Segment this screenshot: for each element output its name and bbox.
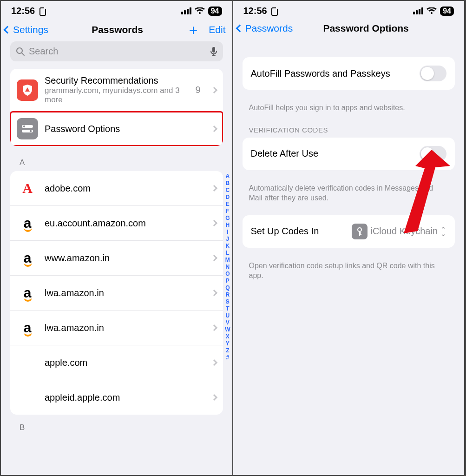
index-rail[interactable]: ABCDEFGHIJKLMNOPQRSTUVWXYZ#	[225, 173, 230, 361]
index-letter[interactable]: A	[226, 173, 230, 179]
adobe-icon: A	[17, 178, 38, 199]
autofill-footer: AutoFill helps you sign in to apps and w…	[233, 98, 465, 113]
setup-codes-label: Set Up Codes In	[251, 226, 319, 237]
index-letter[interactable]: X	[226, 333, 230, 340]
amazon-icon: a	[17, 212, 38, 234]
setup-codes-footer: Open verification code setup links and Q…	[233, 256, 465, 281]
index-letter[interactable]: I	[227, 229, 228, 235]
sim-icon	[39, 7, 46, 16]
key-icon	[352, 224, 368, 239]
nav-bar: Settings Passwords ＋ Edit	[1, 19, 232, 41]
add-button[interactable]: ＋	[186, 23, 200, 37]
index-letter[interactable]: N	[226, 264, 230, 270]
setup-codes-card: Set Up Codes In iCloud Keychain ⌃⌄	[243, 215, 455, 248]
list-item[interactable]: apple.com	[10, 345, 223, 380]
svg-point-4	[23, 126, 25, 127]
index-letter[interactable]: U	[226, 312, 230, 319]
status-bar: 12:56 94	[233, 1, 465, 19]
chevron-right-icon	[210, 324, 217, 331]
index-letter[interactable]: R	[226, 291, 230, 298]
svg-point-0	[17, 48, 22, 53]
top-card: Security Recommendations grammarly.com, …	[10, 69, 223, 146]
security-sub: grammarly.com, myunidays.com and 3 more	[45, 86, 189, 105]
index-letter[interactable]: Z	[226, 347, 229, 354]
index-letter[interactable]: T	[226, 305, 229, 312]
list-item[interactable]: a lwa.amazon.in	[10, 276, 223, 311]
back-label: Passwords	[245, 23, 293, 34]
list-item[interactable]: A adobe.com	[10, 171, 223, 206]
site-label: lwa.amazon.in	[45, 323, 205, 333]
index-letter[interactable]: #	[226, 354, 229, 361]
autofill-row[interactable]: AutoFill Passwords and Passkeys	[243, 57, 455, 90]
page-title: Passwords	[92, 24, 143, 35]
search-icon	[16, 47, 25, 56]
verification-footer: Automatically delete verification codes …	[233, 178, 465, 203]
list-item[interactable]: a lwa.amazon.in	[10, 311, 223, 345]
index-letter[interactable]: Y	[226, 340, 230, 347]
search-placeholder: Search	[29, 46, 58, 57]
index-letter[interactable]: L	[226, 250, 229, 256]
setup-codes-row[interactable]: Set Up Codes In iCloud Keychain ⌃⌄	[243, 215, 455, 248]
index-letter[interactable]: J	[226, 236, 229, 242]
index-letter[interactable]: G	[225, 215, 230, 221]
page-title: Password Options	[323, 23, 408, 34]
list-item[interactable]: appleid.apple.com	[10, 380, 223, 415]
amazon-icon: a	[17, 282, 38, 304]
index-letter[interactable]: F	[226, 208, 229, 214]
index-letter[interactable]: H	[226, 222, 230, 228]
setup-codes-value: iCloud Keychain	[370, 226, 438, 237]
svg-point-6	[30, 130, 32, 132]
delete-after-use-label: Delete After Use	[251, 148, 319, 159]
index-letter[interactable]: O	[225, 271, 230, 277]
index-letter[interactable]: M	[225, 257, 230, 263]
mic-icon[interactable]	[210, 46, 217, 57]
list-item[interactable]: a www.amazon.in	[10, 241, 223, 276]
security-count: 9	[195, 85, 200, 95]
amazon-icon: a	[17, 317, 38, 338]
index-letter[interactable]: Q	[225, 284, 230, 291]
list-item[interactable]: a eu.account.amazon.com	[10, 206, 223, 241]
battery-badge: 94	[440, 7, 454, 16]
back-button[interactable]: Passwords	[237, 23, 293, 34]
chevron-right-icon	[210, 359, 217, 366]
passwords-screen: 12:56 94 Settings Passwords ＋ Edit Searc…	[1, 1, 233, 475]
password-options-row[interactable]: Password Options	[10, 112, 223, 146]
index-letter[interactable]: D	[226, 194, 230, 200]
section-header-b: B	[1, 419, 232, 436]
delete-after-use-row[interactable]: Delete After Use	[243, 138, 455, 170]
site-label: apple.com	[45, 357, 205, 368]
edit-button[interactable]: Edit	[209, 24, 225, 35]
updown-icon: ⌃⌄	[440, 227, 446, 236]
time-text: 12:56	[243, 6, 267, 16]
autofill-toggle[interactable]	[420, 66, 446, 81]
password-options-label: Password Options	[45, 124, 205, 134]
security-recommendations-row[interactable]: Security Recommendations grammarly.com, …	[10, 69, 223, 112]
index-letter[interactable]: P	[226, 278, 230, 284]
index-letter[interactable]: E	[226, 201, 230, 207]
search-input[interactable]: Search	[10, 41, 223, 61]
index-letter[interactable]: S	[226, 298, 230, 305]
chevron-right-icon	[210, 394, 217, 401]
site-label: adobe.com	[45, 183, 205, 194]
site-label: appleid.apple.com	[45, 392, 205, 403]
status-time: 12:56	[11, 6, 46, 16]
index-letter[interactable]: W	[225, 326, 230, 333]
index-letter[interactable]: V	[226, 319, 230, 326]
chevron-right-icon	[210, 86, 217, 93]
chevron-right-icon	[210, 185, 217, 192]
apple-icon	[17, 352, 38, 373]
site-label: eu.account.amazon.com	[45, 218, 205, 229]
back-button[interactable]: Settings	[5, 24, 48, 35]
chevron-left-icon	[236, 25, 243, 33]
index-letter[interactable]: B	[226, 180, 230, 186]
index-letter[interactable]: K	[226, 243, 230, 249]
security-icon	[17, 79, 38, 101]
back-label: Settings	[13, 24, 48, 35]
delete-after-use-toggle[interactable]	[420, 146, 446, 162]
status-bar: 12:56 94	[1, 1, 232, 19]
chevron-right-icon	[210, 126, 217, 132]
section-header-a: A	[1, 154, 232, 171]
index-letter[interactable]: C	[226, 187, 230, 193]
wifi-icon	[427, 7, 437, 15]
site-label: lwa.amazon.in	[45, 288, 205, 298]
